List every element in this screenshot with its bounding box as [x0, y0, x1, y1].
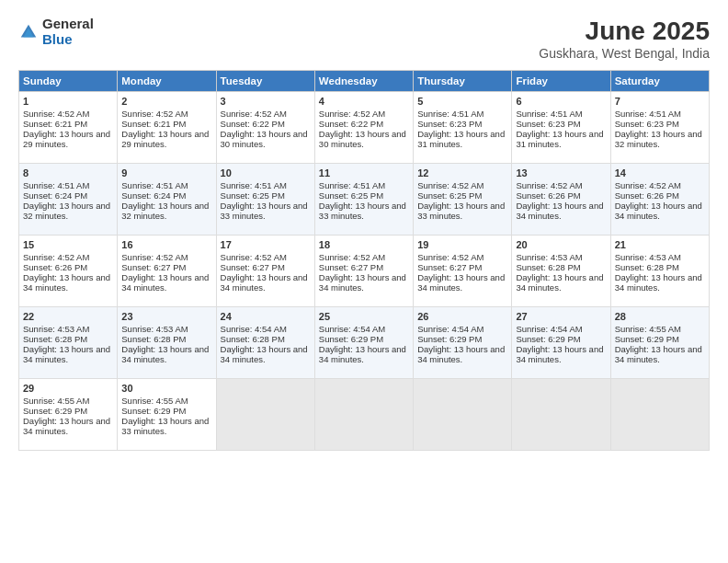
daylight-label: Daylight: 13 hours and 32 minutes. [23, 201, 110, 221]
sunrise-label: Sunrise: 4:52 AM [516, 180, 582, 190]
title-block: June 2025 Guskhara, West Bengal, India [539, 17, 710, 61]
daylight-label: Daylight: 13 hours and 33 minutes. [121, 416, 209, 436]
sunrise-label: Sunrise: 4:51 AM [221, 180, 287, 190]
sunrise-label: Sunrise: 4:54 AM [319, 324, 385, 334]
day-number: 6 [516, 96, 606, 107]
day-number: 14 [615, 167, 705, 178]
cell-4-7: 28Sunrise: 4:55 AMSunset: 6:29 PMDayligh… [610, 307, 709, 379]
week-row-2: 8Sunrise: 4:51 AMSunset: 6:24 PMDaylight… [19, 164, 710, 236]
daylight-label: Daylight: 13 hours and 34 minutes. [23, 344, 110, 364]
sunset-label: Sunset: 6:29 PM [615, 334, 679, 344]
sunset-label: Sunset: 6:28 PM [23, 334, 87, 344]
daylight-label: Daylight: 13 hours and 34 minutes. [23, 416, 110, 436]
sunset-label: Sunset: 6:29 PM [319, 334, 383, 344]
sunset-label: Sunset: 6:29 PM [516, 334, 580, 344]
sunrise-label: Sunrise: 4:54 AM [417, 324, 483, 334]
cell-5-1: 29Sunrise: 4:55 AMSunset: 6:29 PMDayligh… [19, 379, 118, 451]
daylight-label: Daylight: 13 hours and 32 minutes. [121, 201, 209, 221]
subtitle: Guskhara, West Bengal, India [539, 46, 710, 61]
sunrise-label: Sunrise: 4:52 AM [121, 252, 188, 262]
daylight-label: Daylight: 13 hours and 29 minutes. [23, 129, 110, 149]
sunrise-label: Sunrise: 4:53 AM [516, 252, 582, 262]
sunrise-label: Sunrise: 4:54 AM [221, 324, 287, 334]
day-number: 15 [23, 239, 113, 250]
daylight-label: Daylight: 13 hours and 34 minutes. [23, 272, 110, 293]
col-thursday: Thursday [414, 71, 512, 92]
day-number: 19 [417, 239, 507, 250]
sunrise-label: Sunrise: 4:52 AM [615, 180, 681, 190]
daylight-label: Daylight: 13 hours and 31 minutes. [417, 129, 505, 149]
sunrise-label: Sunrise: 4:53 AM [615, 252, 681, 262]
day-number: 24 [221, 311, 311, 322]
sunset-label: Sunset: 6:21 PM [121, 119, 186, 129]
cell-1-2: 2Sunrise: 4:52 AMSunset: 6:21 PMDaylight… [118, 92, 216, 164]
sunset-label: Sunset: 6:22 PM [319, 119, 383, 129]
sunrise-label: Sunrise: 4:51 AM [23, 180, 89, 190]
day-number: 27 [516, 311, 606, 322]
sunset-label: Sunset: 6:25 PM [417, 190, 482, 201]
daylight-label: Daylight: 13 hours and 34 minutes. [221, 344, 308, 364]
day-number: 11 [319, 167, 409, 178]
sunrise-label: Sunrise: 4:51 AM [417, 109, 483, 119]
cell-2-6: 13Sunrise: 4:52 AMSunset: 6:26 PMDayligh… [512, 164, 610, 236]
daylight-label: Daylight: 13 hours and 29 minutes. [121, 129, 209, 149]
cell-1-6: 6Sunrise: 4:51 AMSunset: 6:23 PMDaylight… [512, 92, 610, 164]
cell-3-6: 20Sunrise: 4:53 AMSunset: 6:28 PMDayligh… [512, 236, 610, 307]
day-number: 28 [615, 311, 705, 322]
day-number: 17 [221, 239, 311, 250]
cell-3-3: 17Sunrise: 4:52 AMSunset: 6:27 PMDayligh… [216, 236, 314, 307]
week-row-4: 22Sunrise: 4:53 AMSunset: 6:28 PMDayligh… [19, 307, 710, 379]
cell-4-4: 25Sunrise: 4:54 AMSunset: 6:29 PMDayligh… [314, 307, 413, 379]
sunrise-label: Sunrise: 4:51 AM [121, 180, 188, 190]
cell-3-4: 18Sunrise: 4:52 AMSunset: 6:27 PMDayligh… [314, 236, 413, 307]
sunset-label: Sunset: 6:25 PM [319, 190, 383, 201]
col-tuesday: Tuesday [216, 71, 314, 92]
daylight-label: Daylight: 13 hours and 34 minutes. [615, 201, 702, 221]
day-number: 18 [319, 239, 409, 250]
daylight-label: Daylight: 13 hours and 34 minutes. [417, 272, 505, 293]
sunrise-label: Sunrise: 4:52 AM [319, 109, 385, 119]
daylight-label: Daylight: 13 hours and 34 minutes. [615, 272, 702, 293]
logo-text: General Blue [42, 17, 94, 47]
sunrise-label: Sunrise: 4:51 AM [516, 109, 582, 119]
cell-4-3: 24Sunrise: 4:54 AMSunset: 6:28 PMDayligh… [216, 307, 314, 379]
cell-2-7: 14Sunrise: 4:52 AMSunset: 6:26 PMDayligh… [610, 164, 709, 236]
daylight-label: Daylight: 13 hours and 30 minutes. [319, 129, 406, 149]
sunset-label: Sunset: 6:28 PM [121, 334, 186, 344]
cell-5-4 [314, 379, 413, 451]
sunrise-label: Sunrise: 4:51 AM [615, 109, 681, 119]
sunset-label: Sunset: 6:23 PM [615, 119, 679, 129]
daylight-label: Daylight: 13 hours and 30 minutes. [221, 129, 308, 149]
cell-2-5: 12Sunrise: 4:52 AMSunset: 6:25 PMDayligh… [414, 164, 512, 236]
sunset-label: Sunset: 6:23 PM [516, 119, 580, 129]
header-row: Sunday Monday Tuesday Wednesday Thursday… [19, 71, 710, 92]
col-saturday: Saturday [610, 71, 709, 92]
daylight-label: Daylight: 13 hours and 34 minutes. [516, 344, 603, 364]
sunset-label: Sunset: 6:23 PM [417, 119, 482, 129]
logo: General Blue [18, 17, 94, 47]
sunset-label: Sunset: 6:27 PM [121, 262, 186, 272]
day-number: 12 [417, 167, 507, 178]
cell-3-5: 19Sunrise: 4:52 AMSunset: 6:27 PMDayligh… [414, 236, 512, 307]
col-monday: Monday [118, 71, 216, 92]
daylight-label: Daylight: 13 hours and 31 minutes. [516, 129, 603, 149]
col-wednesday: Wednesday [314, 71, 413, 92]
cell-1-1: 1Sunrise: 4:52 AMSunset: 6:21 PMDaylight… [19, 92, 118, 164]
sunrise-label: Sunrise: 4:55 AM [121, 396, 188, 406]
day-number: 7 [615, 96, 705, 107]
daylight-label: Daylight: 13 hours and 33 minutes. [221, 201, 308, 221]
day-number: 5 [417, 96, 507, 107]
daylight-label: Daylight: 13 hours and 33 minutes. [319, 201, 406, 221]
daylight-label: Daylight: 13 hours and 34 minutes. [121, 272, 209, 293]
day-number: 9 [121, 167, 211, 178]
sunrise-label: Sunrise: 4:52 AM [221, 109, 287, 119]
sunset-label: Sunset: 6:29 PM [417, 334, 482, 344]
sunset-label: Sunset: 6:27 PM [417, 262, 482, 272]
sunset-label: Sunset: 6:28 PM [221, 334, 285, 344]
sunset-label: Sunset: 6:26 PM [23, 262, 87, 272]
cell-5-6 [512, 379, 610, 451]
daylight-label: Daylight: 13 hours and 34 minutes. [319, 272, 406, 293]
day-number: 21 [615, 239, 705, 250]
logo-blue-label: Blue [42, 32, 94, 48]
sunrise-label: Sunrise: 4:52 AM [417, 252, 483, 262]
